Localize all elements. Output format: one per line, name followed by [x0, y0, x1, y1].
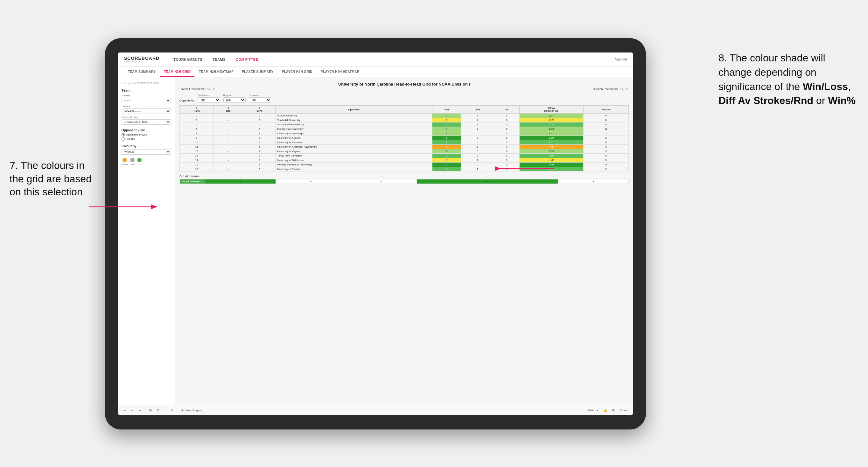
radio-opponents-played[interactable]: Opponents Played: [122, 133, 171, 136]
arrow-left-svg: [89, 197, 162, 216]
cell-conf: 1: [243, 154, 275, 158]
toolbar-redo[interactable]: ↪: [130, 408, 135, 413]
school-select[interactable]: 1. University of Nort...: [122, 119, 171, 125]
opponent-filter-label: Opponent: [249, 94, 271, 97]
th-rank: #Rank: [180, 105, 214, 114]
cell-reg: -: [214, 118, 243, 122]
toolbar-box[interactable]: ⊡: [156, 408, 161, 413]
cell-diff: -2.29: [519, 118, 583, 122]
th-win: Win: [432, 105, 461, 114]
cell-conf: 2: [243, 167, 275, 172]
toolbar-back[interactable]: ↩: [137, 408, 143, 413]
legend-dot-level: [130, 158, 134, 162]
gender-select[interactable]: Men's: [122, 98, 171, 103]
ood-loss: 0: [276, 179, 346, 184]
nav-tournaments[interactable]: TOURNAMENTS: [172, 57, 204, 62]
cell-rounds: 9: [583, 154, 628, 158]
cell-rank: 2: [180, 114, 214, 118]
cell-tie: 0: [494, 122, 519, 127]
cell-win: 1: [432, 131, 461, 136]
cell-loss: 0: [461, 140, 494, 145]
tab-team-h2h-grid[interactable]: TEAM H2H GRID: [160, 67, 194, 77]
cell-rounds: 9: [583, 167, 628, 172]
tab-player-h2h-heatmap[interactable]: PLAYER H2H HEATMAP: [317, 67, 363, 77]
cell-opponent: University of Florida: [276, 167, 432, 172]
region-filter-select[interactable]: (All): [223, 97, 246, 103]
cell-reg: -: [214, 136, 243, 140]
cell-rank: 11: [180, 145, 214, 149]
toolbar-thumbs-up[interactable]: 👍: [602, 408, 608, 413]
th-opponent: Opponent: [276, 105, 432, 114]
nav-teams[interactable]: TEAMS: [211, 57, 227, 62]
cell-conf: 6: [243, 145, 275, 149]
cell-loss: 0: [461, 136, 494, 140]
cell-reg: -: [214, 162, 243, 167]
overall-record: Overall Record: 89 - 17 - 0: [181, 88, 214, 91]
cell-opponent: University of Virginia: [276, 149, 432, 154]
cell-diff: 1.83: [519, 127, 583, 131]
cell-conf: 2: [243, 131, 275, 136]
division-select[interactable]: NCAA Division I: [122, 108, 171, 114]
cell-diff: 2.61: [519, 140, 583, 145]
toolbar-view[interactable]: 👁 View: Original: [180, 408, 204, 413]
cell-rounds: 3: [583, 149, 628, 154]
cell-win: 3: [432, 154, 461, 158]
cell-loss: 1: [461, 122, 494, 127]
ood-rounds: 3: [558, 179, 629, 184]
tab-team-summary[interactable]: TEAM SUMMARY: [124, 67, 159, 77]
tablet-frame: SCOREBOARD Powered by clippd TOURNAMENTS…: [105, 38, 646, 430]
toolbar-clock[interactable]: ⊙: [169, 408, 174, 413]
toolbar-undo[interactable]: ↩: [122, 408, 127, 413]
cell-rounds: 8: [583, 118, 628, 122]
cell-loss: 1: [461, 158, 494, 162]
annotation-bold-winpct: Win%: [828, 95, 856, 106]
cell-opponent: Arizona State University: [276, 122, 432, 127]
sub-nav: TEAM SUMMARY TEAM H2H GRID TEAM H2H HEAT…: [118, 66, 633, 77]
legend-dot-down: [123, 158, 127, 162]
cell-tie: 0: [494, 145, 519, 149]
tab-player-summary[interactable]: PLAYER SUMMARY: [238, 67, 277, 77]
cell-diff: 3.67: [519, 131, 583, 136]
cell-rank: 3: [180, 118, 214, 122]
view-icon: 👁: [181, 409, 184, 412]
radio-top100[interactable]: Top 100: [122, 137, 171, 141]
cell-diff: 2.28: [519, 122, 583, 127]
cell-win: 2: [432, 114, 461, 118]
tab-team-h2h-heatmap[interactable]: TEAM H2H HEATMAP: [195, 67, 237, 77]
toolbar-share-icon[interactable]: ⊞: [611, 408, 616, 413]
colour-by-title: Colour by: [122, 145, 171, 148]
annotation-bold-win-loss: Win/Loss: [803, 81, 848, 92]
toolbar-grid[interactable]: ⊞: [148, 408, 153, 413]
cell-rank: 8: [180, 131, 214, 136]
cell-win: 0: [432, 145, 461, 149]
cell-tie: 0: [494, 127, 519, 131]
toolbar-share[interactable]: Share: [619, 408, 629, 413]
cell-conf: 4: [243, 162, 275, 167]
toolbar-watch[interactable]: Watch ▾: [587, 408, 600, 413]
nav-links: TOURNAMENTS TEAMS COMMITTEE: [172, 57, 259, 62]
cell-opponent: Florida State University: [276, 127, 432, 131]
division-record: Division Record: 88 - 17 - 0: [593, 88, 627, 91]
table-row: 6 - 2 Florida State University 4 2 0 1.8…: [180, 127, 629, 131]
legend: Down Level Up: [122, 158, 171, 166]
cell-reg: -: [214, 154, 243, 158]
cell-loss: 2: [461, 127, 494, 131]
conference-filter-select[interactable]: (All): [198, 97, 220, 103]
toolbar-dot[interactable]: ·: [163, 408, 167, 413]
cell-rank: 16: [180, 167, 214, 172]
th-loss: Loss: [461, 105, 494, 114]
tab-player-h2h-grid[interactable]: PLAYER H2H GRID: [278, 67, 316, 77]
cell-opponent: University of Arizona: [276, 136, 432, 140]
sign-out-link[interactable]: Sign out: [615, 58, 627, 61]
cell-conf: 5: [243, 158, 275, 162]
cell-rounds: 3: [583, 158, 628, 162]
cell-rank: 13: [180, 154, 214, 158]
colour-by-select[interactable]: Win/loss: [122, 149, 171, 155]
logo-main: SCOREBOARD: [124, 56, 159, 60]
cell-rank: 9: [180, 136, 214, 140]
grid-subtitle: Overall Record: 89 - 17 - 0 Division Rec…: [180, 88, 629, 91]
cell-rounds: 3: [583, 131, 628, 136]
opponent-filter-select[interactable]: (All): [249, 97, 271, 103]
nav-committee[interactable]: COMMITTEE: [235, 57, 260, 62]
annotation-bold-diff: Diff Av Strokes/Rnd: [718, 95, 813, 106]
